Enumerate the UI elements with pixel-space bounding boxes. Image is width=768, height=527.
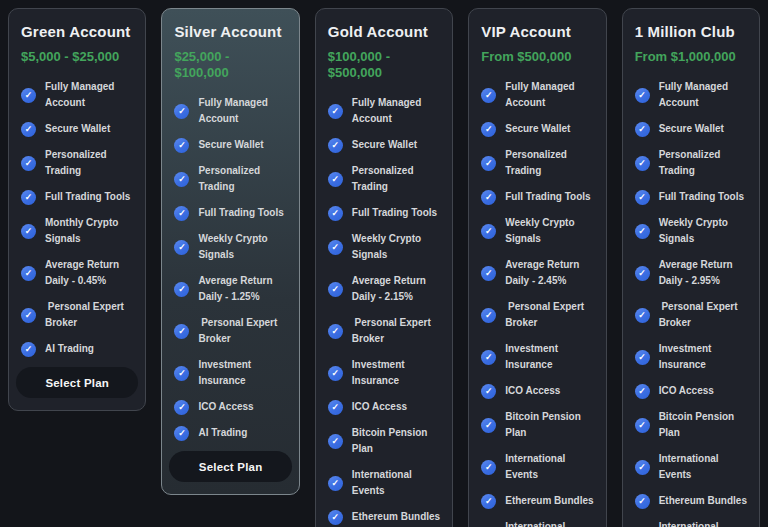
check-icon: ✓ xyxy=(481,418,496,433)
check-icon: ✓ xyxy=(174,172,189,187)
feature-label: Average Return Daily - 0.45% xyxy=(45,257,133,289)
select-plan-button[interactable]: Select Plan xyxy=(16,367,138,398)
check-icon: ✓ xyxy=(481,88,496,103)
feature-item: ✓ Average Return Daily - 1.25% xyxy=(174,273,286,305)
feature-label: International Events xyxy=(505,519,593,527)
feature-label: Bitcoin Pension Plan xyxy=(659,409,747,441)
feature-item: ✓ Average Return Daily - 2.95% xyxy=(635,257,747,289)
feature-label: Bitcoin Pension Plan xyxy=(352,425,440,457)
check-icon: ✓ xyxy=(21,88,36,103)
feature-label: Fully Managed Account xyxy=(45,79,133,111)
feature-label: Ethereum Bundles xyxy=(352,509,440,525)
check-icon: ✓ xyxy=(21,122,36,137)
feature-item: ✓ ICO Access xyxy=(328,399,440,415)
feature-item: ✓ Investment Insurance xyxy=(635,341,747,373)
select-plan-button[interactable]: Select Plan xyxy=(169,451,291,482)
check-icon: ✓ xyxy=(174,104,189,119)
feature-label: Full Trading Tools xyxy=(505,189,590,205)
feature-list: ✓ Fully Managed Account ✓ Secure Wallet … xyxy=(328,95,440,527)
feature-item: ✓ Weekly Crypto Signals xyxy=(635,215,747,247)
feature-label: Weekly Crypto Signals xyxy=(198,231,286,263)
feature-list: ✓ Fully Managed Account ✓ Secure Wallet … xyxy=(21,79,133,357)
pricing-plan-list: Green Account $5,000 - $25,000 ✓ Fully M… xyxy=(0,0,768,527)
feature-label: Full Trading Tools xyxy=(45,189,130,205)
plan-card: Green Account $5,000 - $25,000 ✓ Fully M… xyxy=(8,8,146,411)
check-icon: ✓ xyxy=(328,366,343,381)
check-icon: ✓ xyxy=(328,240,343,255)
plan-price: $100,000 - $500,000 xyxy=(328,49,440,81)
check-icon: ✓ xyxy=(328,138,343,153)
check-icon: ✓ xyxy=(481,266,496,281)
feature-label: Personalized Trading xyxy=(45,147,133,179)
feature-label: Personal Expert Broker xyxy=(505,299,593,331)
feature-label: Fully Managed Account xyxy=(352,95,440,127)
check-icon: ✓ xyxy=(328,206,343,221)
feature-list: ✓ Fully Managed Account ✓ Secure Wallet … xyxy=(635,79,747,527)
feature-label: Full Trading Tools xyxy=(198,205,283,221)
check-icon: ✓ xyxy=(21,224,36,239)
feature-item: ✓ International Events xyxy=(635,451,747,483)
feature-label: Monthly Crypto Signals xyxy=(45,215,133,247)
check-icon: ✓ xyxy=(328,104,343,119)
feature-label: ICO Access xyxy=(198,399,253,415)
feature-item: ✓ Ethereum Bundles xyxy=(328,509,440,525)
feature-label: Secure Wallet xyxy=(352,137,417,153)
feature-label: Average Return Daily - 2.95% xyxy=(659,257,747,289)
check-icon: ✓ xyxy=(328,510,343,525)
check-icon: ✓ xyxy=(481,350,496,365)
feature-label: International Events xyxy=(659,519,747,527)
feature-item: ✓ Personalized Trading xyxy=(21,147,133,179)
feature-label: Secure Wallet xyxy=(198,137,263,153)
feature-label: Full Trading Tools xyxy=(659,189,744,205)
feature-label: Personal Expert Broker xyxy=(198,315,286,347)
check-icon: ✓ xyxy=(328,476,343,491)
check-icon: ✓ xyxy=(635,460,650,475)
feature-label: Personalized Trading xyxy=(659,147,747,179)
check-icon: ✓ xyxy=(481,156,496,171)
feature-item: ✓ Full Trading Tools xyxy=(481,189,593,205)
feature-item: ✓ Fully Managed Account xyxy=(21,79,133,111)
plan-title: Green Account xyxy=(21,23,133,41)
feature-item: ✓ Average Return Daily - 2.45% xyxy=(481,257,593,289)
check-icon: ✓ xyxy=(328,282,343,297)
feature-item: ✓ Personalized Trading xyxy=(635,147,747,179)
plan-card: Gold Account $100,000 - $500,000 ✓ Fully… xyxy=(315,8,453,527)
check-icon: ✓ xyxy=(174,138,189,153)
feature-item: ✓ Secure Wallet xyxy=(635,121,747,137)
check-icon: ✓ xyxy=(635,266,650,281)
feature-item: ✓ Investment Insurance xyxy=(328,357,440,389)
check-icon: ✓ xyxy=(635,156,650,171)
check-icon: ✓ xyxy=(481,308,496,323)
feature-item: ✓ ICO Access xyxy=(174,399,286,415)
feature-item: ✓ Weekly Crypto Signals xyxy=(328,231,440,263)
feature-item: ✓ Fully Managed Account xyxy=(481,79,593,111)
feature-label: AI Trading xyxy=(45,341,94,357)
feature-label: Ethereum Bundles xyxy=(659,493,747,509)
check-icon: ✓ xyxy=(635,122,650,137)
check-icon: ✓ xyxy=(174,366,189,381)
feature-label: International Events xyxy=(659,451,747,483)
feature-item: ✓ Ethereum Bundles xyxy=(635,493,747,509)
feature-label: AI Trading xyxy=(198,425,247,441)
check-icon: ✓ xyxy=(328,434,343,449)
feature-item: ✓ Secure Wallet xyxy=(481,121,593,137)
plan-price: $5,000 - $25,000 xyxy=(21,49,133,65)
feature-label: ICO Access xyxy=(659,383,714,399)
feature-label: Personal Expert Broker xyxy=(659,299,747,331)
feature-item: ✓ Bitcoin Pension Plan xyxy=(328,425,440,457)
plan-title: Gold Account xyxy=(328,23,440,41)
feature-label: Investment Insurance xyxy=(659,341,747,373)
feature-list: ✓ Fully Managed Account ✓ Secure Wallet … xyxy=(174,95,286,441)
feature-item: ✓ International Events xyxy=(635,519,747,527)
plan-title: Silver Account xyxy=(174,23,286,41)
check-icon: ✓ xyxy=(481,384,496,399)
check-icon: ✓ xyxy=(635,384,650,399)
feature-item: ✓ Fully Managed Account xyxy=(635,79,747,111)
feature-label: International Events xyxy=(505,451,593,483)
check-icon: ✓ xyxy=(635,308,650,323)
feature-label: Average Return Daily - 1.25% xyxy=(198,273,286,305)
feature-item: ✓ AI Trading xyxy=(21,341,133,357)
feature-label: Personalized Trading xyxy=(352,163,440,195)
check-icon: ✓ xyxy=(635,224,650,239)
check-icon: ✓ xyxy=(481,224,496,239)
